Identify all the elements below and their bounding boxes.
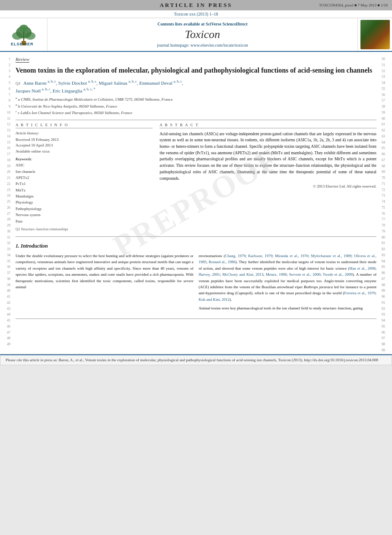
keyword-item: Ion channels: [16, 169, 153, 175]
line-number: 24: [0, 193, 10, 199]
ref-koh: Koh and Kini, 2012: [199, 297, 230, 302]
line-number: 68: [382, 163, 392, 169]
intro-para-1: Under the double evolutionary pressure t…: [16, 253, 194, 290]
ref-ferreira: Ferreira et al., 1970: [344, 291, 375, 295]
science-direct-text: Contents lists available at SciVerse Sci…: [157, 22, 248, 26]
keyword-item: Nervous system: [16, 212, 153, 218]
article-info-abstract: A R T I C L E I N F O Article history: R…: [16, 123, 376, 231]
line-number: 2: [0, 62, 10, 68]
affiliation-c: c c LabEx Ion Channel Science and Therap…: [16, 109, 376, 116]
keywords-label: Keywords:: [16, 157, 153, 161]
line-number: 4: [0, 74, 10, 80]
ref-renaud: Renaud al., 1986: [209, 260, 236, 264]
proof-info: TOXCON4564_proof ■ 7 May 2013 ■ 1/18: [319, 3, 388, 7]
line-number: 20: [0, 169, 10, 175]
line-number: 35: [0, 258, 10, 264]
divider-1: [16, 120, 376, 120]
line-number: 25: [0, 199, 10, 205]
intro-para-2: envenomations (Chang, 1979; Karlsson, 19…: [199, 253, 377, 303]
line-number: 22: [0, 181, 10, 187]
line-number: 32: [0, 240, 10, 246]
footnotes: [16, 318, 376, 328]
intro-para-3: Animal toxins were key pharmacological t…: [199, 305, 377, 311]
author-lingueglia: Eric Lingueglia: [53, 88, 83, 93]
line-number: 17: [0, 151, 10, 157]
line-number: 84: [382, 258, 392, 264]
line-number: 72: [382, 187, 392, 193]
affiliation-b: b b Université de Nice-Sophia Antipolis,…: [16, 103, 376, 110]
line-number: 91: [382, 300, 392, 306]
line-number: 51: [382, 62, 392, 68]
line-number: 21: [0, 175, 10, 181]
svg-text:ELSEVIER: ELSEVIER: [11, 42, 34, 46]
line-number: 73: [382, 193, 392, 199]
divider-2: [16, 236, 376, 237]
line-number: 11: [0, 116, 10, 122]
q1-marker: Q1: [16, 227, 20, 231]
q1-area: Q1 Structure–function relationships: [16, 227, 153, 231]
authors-line: Q3 Anne Baron a, b, c, Sylvie Diochot a,…: [16, 80, 376, 94]
line-number: 82: [382, 246, 392, 252]
line-number: 1: [0, 56, 10, 62]
ref-miranda: Miranda et al., 1970: [275, 254, 308, 258]
line-numbers-right: 5051525354555657585960616263646566676869…: [380, 52, 392, 353]
line-number: 3: [0, 68, 10, 74]
line-number: 43: [0, 306, 10, 312]
line-number: 56: [382, 92, 392, 98]
line-numbers-left: 1234567891011121314151617181920212223242…: [0, 52, 12, 353]
line-number: 9: [0, 104, 10, 110]
elsevier-tree-icon: ELSEVIER: [9, 23, 39, 47]
keyword-item: Pain: [16, 218, 153, 224]
line-number: 89: [382, 288, 392, 294]
line-number: 81: [382, 240, 392, 246]
line-number: 98: [382, 341, 392, 347]
line-number: 53: [382, 74, 392, 80]
line-number: 70: [382, 175, 392, 181]
paper-content: Review Venom toxins in the exploration o…: [12, 52, 380, 353]
ref-harvey: Harvey, 2001: [199, 272, 220, 277]
author-baron: Anne Baron: [23, 80, 46, 86]
line-number: 30: [0, 229, 10, 235]
science-direct-link[interactable]: SciVerse ScienceDirect: [206, 22, 248, 26]
journal-thumbnail-area: [357, 18, 392, 51]
line-number: 33: [0, 246, 10, 252]
doi-text: Toxicon xxx (2013) 1–18: [174, 12, 218, 16]
line-number: 97: [382, 335, 392, 341]
authors: Anne Baron a, b, c, Sylvie Diochot a, b,…: [16, 80, 183, 93]
journal-name: Toxicon: [185, 28, 220, 41]
keyword-item: Pathophysiology: [16, 206, 153, 212]
doi-bar: Toxicon xxx (2013) 1–18: [0, 10, 392, 18]
svg-point-5: [19, 25, 28, 32]
line-number: 75: [382, 205, 392, 211]
keyword-item: Physiology: [16, 199, 153, 205]
line-number: 15: [0, 140, 10, 146]
line-number: 46: [0, 324, 10, 330]
citation-text: Please cite this article in press as: Ba…: [6, 358, 378, 362]
line-number: 42: [0, 300, 10, 306]
line-number: 47: [0, 330, 10, 336]
intro-body: Under the double evolutionary pressure t…: [16, 253, 376, 314]
line-number: 39: [0, 282, 10, 288]
line-number: 61: [382, 121, 392, 127]
line-number: 74: [382, 199, 392, 205]
ref-servent: Servent et al., 2000: [289, 272, 321, 277]
line-number: 52: [382, 68, 392, 74]
copyright-text: © 2013 Elsevier Ltd. All rights reserved…: [159, 184, 376, 188]
line-number: 7: [0, 92, 10, 98]
line-number: 36: [0, 264, 10, 270]
ref-karlsson: Karlsson, 1979: [248, 254, 272, 258]
affiliation-a: a a CNRS, Institut de Pharmacologie Molé…: [16, 96, 376, 103]
ref-chang: Chang, 1979: [225, 254, 245, 258]
line-number: 41: [0, 294, 10, 300]
line-number: 69: [382, 169, 392, 175]
received-date: Received 19 February 2013: [16, 137, 153, 143]
main-content: PREPROOF 1234567891011121314151617181920…: [0, 52, 392, 353]
article-title: Venom toxins in the exploration of molec…: [16, 66, 376, 75]
svg-point-3: [12, 32, 22, 40]
affiliations: a a CNRS, Institut de Pharmacologie Molé…: [16, 96, 376, 116]
keyword-item: ASIC: [16, 162, 153, 168]
author-diochot: Sylvie Diochot: [58, 80, 87, 86]
author-deval: Emmanuel Deval: [139, 80, 172, 86]
line-number: 77: [382, 217, 392, 223]
elsevier-logo-area: ELSEVIER: [0, 18, 48, 51]
